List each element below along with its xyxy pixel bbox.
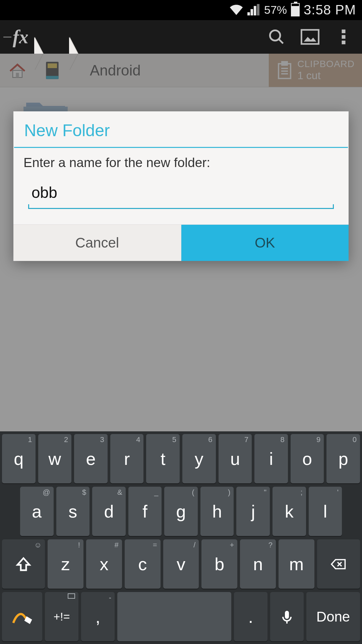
comma-key[interactable]: - , [81, 592, 115, 641]
dialog-prompt: Enter a name for the new folder: [23, 155, 339, 170]
key-k[interactable]: ;k [273, 487, 306, 536]
app-action-bar: fx [0, 19, 362, 54]
svg-rect-5 [342, 41, 346, 44]
emoji-hint: ☺ [34, 541, 42, 549]
key-j[interactable]: "j [236, 487, 270, 536]
nav-drawer-toggle[interactable]: fx [3, 26, 28, 48]
search-icon[interactable] [261, 22, 292, 52]
swype-key[interactable] [2, 592, 42, 641]
key-z[interactable]: !z [48, 539, 83, 589]
signal-icon [247, 4, 260, 15]
symbols-key[interactable]: +!= [45, 592, 78, 641]
backspace-key[interactable] [317, 539, 360, 589]
svg-rect-16 [285, 611, 289, 619]
period-key[interactable]: . [234, 592, 267, 641]
key-e[interactable]: 3e [74, 434, 108, 483]
key-w[interactable]: 2w [38, 434, 72, 483]
key-r[interactable]: 4r [110, 434, 144, 483]
ok-button[interactable]: OK [181, 225, 349, 261]
space-key[interactable] [117, 592, 231, 641]
key-y[interactable]: 6y [182, 434, 216, 483]
svg-rect-4 [342, 35, 346, 39]
key-n[interactable]: ?n [240, 539, 276, 589]
key-q[interactable]: 1q [2, 434, 36, 483]
battery-percent: 57% [264, 3, 287, 16]
svg-rect-2 [301, 30, 318, 44]
folder-name-input-wrap[interactable] [23, 181, 339, 212]
key-i[interactable]: 8i [254, 434, 288, 483]
keyboard-row-2: @a$s&d_f(g)h"j;k'l [2, 487, 360, 536]
app-logo: fx [13, 26, 28, 48]
wifi-icon [229, 4, 243, 15]
clock: 3:58 PM [304, 2, 356, 17]
keyboard-row-4: +!= - , . Done [2, 592, 360, 641]
new-folder-dialog: New Folder Enter a name for the new fold… [13, 111, 349, 261]
shift-key[interactable]: ☺ [2, 539, 45, 589]
overflow-menu-icon[interactable] [328, 22, 359, 52]
key-b[interactable]: +b [201, 539, 237, 589]
key-x[interactable]: #x [86, 539, 122, 589]
key-u[interactable]: 7u [219, 434, 252, 483]
key-t[interactable]: 5t [146, 434, 180, 483]
key-g[interactable]: (g [164, 487, 198, 536]
svg-point-0 [270, 31, 280, 41]
key-l[interactable]: 'l [309, 487, 342, 536]
keyboard-row-3: ☺ !z#x=c/v+b?nm [2, 539, 360, 589]
symbols-label: +!= [53, 610, 70, 623]
key-o[interactable]: 9o [291, 434, 324, 483]
key-a[interactable]: @a [20, 487, 54, 536]
keyboard-row-1: 1q2w3e4r5t6y7u8i9o0p [2, 434, 360, 483]
cancel-button[interactable]: Cancel [13, 225, 181, 261]
soft-keyboard: 1q2w3e4r5t6y7u8i9o0p @a$s&d_f(g)h"j;k'l … [0, 431, 362, 644]
key-v[interactable]: /v [163, 539, 199, 589]
key-c[interactable]: =c [125, 539, 161, 589]
key-d[interactable]: &d [92, 487, 126, 536]
key-f[interactable]: _f [128, 487, 162, 536]
status-bar: 57% 3:58 PM [0, 0, 362, 19]
battery-icon [291, 3, 300, 16]
dialog-title: New Folder [14, 111, 348, 148]
svg-rect-3 [342, 30, 346, 33]
folder-name-input[interactable] [28, 181, 334, 204]
image-icon[interactable] [295, 22, 325, 52]
done-key[interactable]: Done [306, 592, 360, 641]
key-m[interactable]: m [279, 539, 314, 589]
key-p[interactable]: 0p [326, 434, 360, 483]
svg-line-1 [279, 39, 283, 44]
key-h[interactable]: )h [200, 487, 234, 536]
key-s[interactable]: $s [56, 487, 90, 536]
mic-key[interactable] [270, 592, 304, 641]
